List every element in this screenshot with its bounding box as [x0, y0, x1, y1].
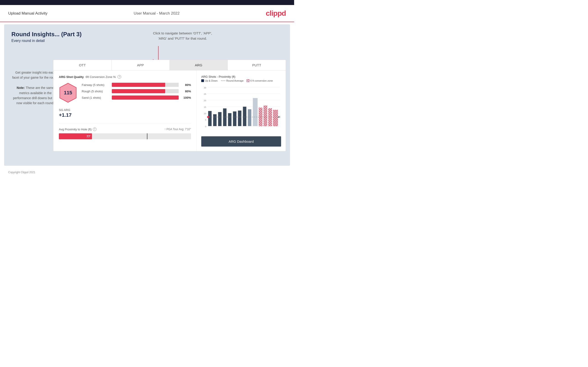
svg-text:30: 30	[204, 86, 206, 89]
svg-text:10: 10	[204, 112, 206, 115]
svg-point-34	[207, 116, 209, 118]
svg-text:5: 5	[205, 118, 206, 121]
svg-text:0: 0	[205, 125, 206, 128]
upload-link[interactable]: Upload Manual Activity	[8, 11, 47, 16]
svg-rect-31	[268, 108, 272, 126]
proximity-help-icon[interactable]: ?	[93, 127, 96, 131]
nav-hint: Click to navigate between 'OTT', 'APP', …	[153, 31, 212, 41]
top-bar	[0, 0, 294, 5]
svg-text:15: 15	[204, 106, 206, 108]
tab-bar: OTT APP ARG PUTT	[53, 60, 286, 70]
rough-row: Rough (5 shots) 80%	[82, 89, 191, 93]
svg-rect-30	[264, 106, 267, 126]
tab-arg[interactable]: ARG	[170, 60, 228, 70]
hex-score-value: 115	[64, 90, 72, 96]
chart-svg: 0 5 10 15 20 25 30	[201, 84, 281, 129]
card-body: ARG Shot Quality 6ft Conversion Zone % ?…	[53, 70, 286, 151]
logo: clippd	[266, 9, 286, 17]
sand-row: Sand (1 shots) 100%	[82, 95, 191, 100]
svg-text:20: 20	[204, 99, 206, 102]
fairway-row: Fairway (5 shots) 80%	[82, 83, 191, 87]
svg-rect-26	[253, 98, 258, 126]
svg-rect-20	[223, 108, 227, 126]
svg-rect-22	[233, 111, 236, 126]
footer: Copyright Clippd 2021	[0, 168, 294, 177]
tab-putt[interactable]: PUTT	[228, 60, 286, 70]
svg-rect-17	[208, 111, 212, 126]
panel-header: ARG Shot Quality 6ft Conversion Zone % ?	[59, 75, 191, 79]
svg-rect-32	[273, 110, 278, 126]
tab-ott[interactable]: OTT	[53, 60, 112, 70]
header: Upload Manual Activity User Manual - Mar…	[0, 5, 294, 22]
svg-text:25: 25	[204, 93, 206, 95]
svg-rect-21	[228, 113, 231, 126]
left-description: Get greater insight into each facet of y…	[11, 70, 59, 106]
help-icon[interactable]: ?	[118, 75, 121, 79]
score-section: 115 Fairway (5 shots) 80% Rough (5 sho	[59, 83, 191, 103]
svg-rect-23	[238, 110, 242, 126]
main-content: Round Insights... (Part 3) Every round i…	[4, 24, 290, 166]
proximity-section: Avg Proximity to Hole (ft) ? ↑ PGA Tour …	[59, 124, 191, 139]
svg-rect-19	[218, 112, 222, 126]
svg-text:8: 8	[279, 116, 280, 118]
right-panel: ARG Shots - Proximity (ft) Up & Down Rou…	[197, 70, 286, 151]
tab-app[interactable]: APP	[112, 60, 170, 70]
sg-section: SG ARG +1.17	[59, 108, 191, 118]
proximity-bar: 77'	[59, 133, 191, 139]
svg-rect-24	[243, 107, 246, 126]
shot-quality-bars: Fairway (5 shots) 80% Rough (5 shots)	[82, 83, 191, 102]
arg-dashboard-button[interactable]: ARG Dashboard	[201, 136, 281, 147]
right-panel-header: ARG Shots - Proximity (ft)	[201, 75, 281, 78]
chart-legend: Up & Down Round Average 6 ft conversion …	[201, 79, 281, 82]
svg-rect-18	[213, 114, 216, 126]
left-panel: ARG Shot Quality 6ft Conversion Zone % ?…	[53, 70, 197, 151]
document-title: User Manual - March 2022	[134, 11, 180, 16]
svg-rect-25	[248, 109, 251, 126]
hex-score-wrapper: 115	[59, 83, 77, 103]
proximity-chart: 0 5 10 15 20 25 30	[201, 84, 281, 134]
insights-card: OTT APP ARG PUTT ARG Shot Quality 6ft Co…	[53, 60, 286, 151]
section-title: Round Insights... (Part 3) Every round i…	[11, 31, 283, 43]
